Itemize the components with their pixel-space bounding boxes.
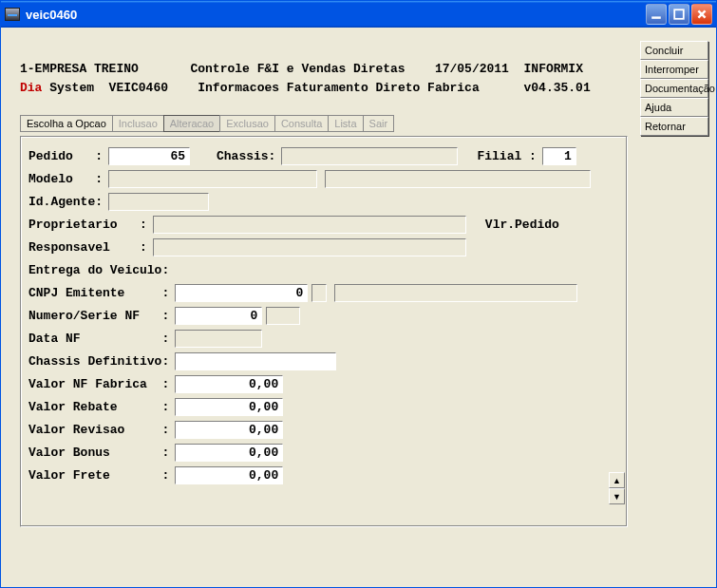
valornf-label: Valor NF Fabrica : — [28, 377, 169, 391]
valorrevisao-input[interactable]: 0,00 — [175, 421, 283, 439]
valornf-input[interactable]: 0,00 — [175, 375, 283, 393]
menu-consulta[interactable]: Consulta — [274, 115, 329, 132]
cnpj-label: CNPJ Emitente : — [28, 286, 169, 300]
modelo-input[interactable] — [108, 170, 317, 188]
valorfrete-label: Valor Frete : — [28, 468, 169, 483]
maximize-button[interactable] — [669, 4, 689, 25]
menu-lista[interactable]: Lista — [328, 115, 363, 132]
valorfrete-input[interactable]: 0,00 — [175, 466, 283, 484]
documentacao-button[interactable]: Documentação — [640, 79, 708, 98]
menu-exclusao[interactable]: Exclusao — [219, 115, 275, 132]
menu-tabs: Escolha a Opcao Inclusao Alteracao Exclu… — [20, 115, 631, 132]
chassis-label: Chassis: — [217, 149, 275, 163]
interromper-button[interactable]: Interromper — [640, 60, 708, 79]
chassisdef-input[interactable] — [175, 352, 336, 370]
datanf-label: Data NF : — [28, 332, 169, 346]
titlebar[interactable]: veic0460 — [1, 1, 716, 28]
menu-alteracao[interactable]: Alteracao — [163, 115, 220, 132]
pedido-label: Pedido : — [28, 149, 103, 163]
svg-rect-1 — [674, 9, 684, 19]
app-icon — [5, 8, 20, 21]
datanf-input[interactable] — [175, 330, 262, 348]
ajuda-button[interactable]: Ajuda — [640, 98, 708, 117]
filial-label: Filial : — [477, 149, 536, 163]
client-area: 1-EMPRESA TREINO Controle F&I e Vendas D… — [1, 28, 716, 587]
hdr-date: 17/05/2011 — [435, 62, 509, 76]
cnpj-input[interactable]: 0 — [175, 284, 308, 302]
proprietario-input[interactable] — [153, 216, 466, 234]
serie-input[interactable] — [266, 307, 300, 325]
svg-rect-0 — [651, 16, 661, 18]
vlrpedido-label: Vlr.Pedido — [485, 218, 559, 232]
modelo-desc-input[interactable] — [325, 170, 591, 188]
retornar-button[interactable]: Retornar — [640, 117, 708, 136]
valorrebate-input[interactable]: 0,00 — [175, 398, 283, 416]
form-groupbox: Pedido : 65 Chassis: Filial : 1 Modelo : — [20, 136, 628, 527]
proprietario-label: Proprietario : — [28, 218, 147, 232]
valorbonus-input[interactable]: 0,00 — [175, 444, 283, 462]
cnpj-name-input[interactable] — [334, 284, 577, 302]
chassisdef-label: Chassis Definitivo: — [28, 354, 169, 369]
window-title: veic0460 — [26, 8, 646, 22]
side-panel: Concluir Interromper Documentação Ajuda … — [640, 29, 714, 585]
valorbonus-label: Valor Bonus : — [28, 446, 169, 460]
valorrebate-label: Valor Rebate : — [28, 400, 169, 414]
header-block: 1-EMPRESA TREINO Controle F&I e Vendas D… — [20, 60, 631, 98]
filial-input[interactable]: 1 — [542, 147, 576, 165]
hdr-empresa: 1-EMPRESA TREINO — [20, 62, 139, 76]
hdr-system: System VEIC0460 — [42, 81, 168, 95]
scroll-up-icon[interactable]: ▲ — [609, 472, 625, 488]
modelo-label: Modelo : — [28, 172, 103, 186]
hdr-dia: Dia — [20, 81, 42, 95]
app-window: veic0460 1-EMPRESA TREINO Controle F&I e… — [0, 0, 717, 588]
hdr-db: INFORMIX — [524, 62, 583, 76]
concluir-button[interactable]: Concluir — [640, 41, 708, 60]
idagente-input[interactable] — [108, 193, 209, 211]
hdr-version: v04.35.01 — [524, 81, 591, 95]
hdr-info: Informacoes Faturamento Direto Fabrica — [198, 81, 479, 95]
window-controls — [646, 4, 712, 25]
numserie-label: Numero/Serie NF : — [28, 309, 169, 323]
minimize-button[interactable] — [646, 4, 667, 25]
hdr-title: Controle F&I e Vendas Diretas — [190, 62, 405, 76]
vertical-scrollbar[interactable]: ▲ ▼ — [609, 314, 625, 504]
pedido-input[interactable]: 65 — [108, 147, 190, 165]
responsavel-label: Responsavel : — [28, 240, 147, 255]
cnpj-extra-input[interactable] — [311, 284, 327, 302]
menu-inclusao[interactable]: Inclusao — [112, 115, 164, 132]
idagente-label: Id.Agente: — [28, 195, 103, 209]
chassis-input[interactable] — [281, 147, 458, 165]
scroll-down-icon[interactable]: ▼ — [609, 488, 625, 504]
numserie-input[interactable]: 0 — [175, 307, 262, 325]
menu-escolha[interactable]: Escolha a Opcao — [20, 115, 113, 132]
responsavel-input[interactable] — [153, 238, 466, 256]
menu-sair[interactable]: Sair — [363, 115, 395, 132]
entrega-label: Entrega do Veiculo: — [28, 263, 169, 277]
main-area: 1-EMPRESA TREINO Controle F&I e Vendas D… — [3, 29, 640, 585]
valorrevisao-label: Valor Revisao : — [28, 423, 169, 437]
close-button[interactable] — [691, 4, 712, 25]
